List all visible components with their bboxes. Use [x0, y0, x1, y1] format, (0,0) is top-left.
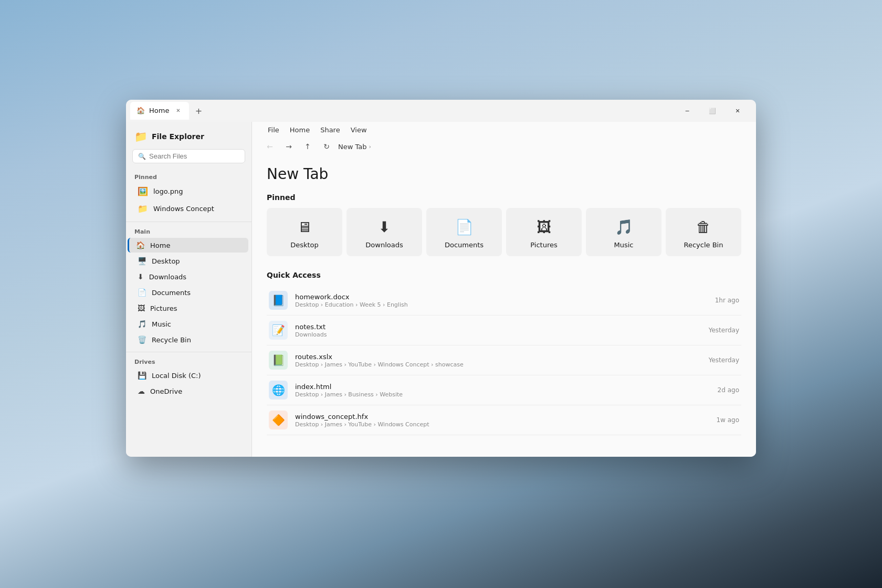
sidebar-item-onedrive[interactable]: ☁ OneDrive	[129, 384, 248, 398]
txt-file-icon: 📝	[269, 321, 288, 340]
pinned-documents-label: Documents	[445, 241, 484, 249]
pinned-downloads-label: Downloads	[365, 241, 403, 249]
qa-time-index: 2d ago	[718, 386, 739, 394]
pinned-documents-icon: 📄	[455, 218, 474, 236]
pinned-recycle-bin-icon: 🗑	[696, 218, 711, 236]
pinned-card-recycle-bin[interactable]: 🗑 Recycle Bin	[666, 208, 741, 256]
address-bar: ← → ↑ ↻ New Tab ›	[252, 136, 756, 157]
qa-path-index: Desktop › James › Business › Website	[295, 391, 710, 398]
docx-icon-symbol: 📘	[272, 294, 285, 307]
qa-time-routes: Yesterday	[709, 356, 739, 364]
xlsx-icon-symbol: 📗	[272, 354, 285, 366]
sidebar-item-downloads[interactable]: ⬇ Downloads	[129, 269, 248, 284]
close-button[interactable]: ✕	[726, 102, 750, 119]
address-path-label: New Tab	[338, 143, 367, 151]
menu-share[interactable]: Share	[315, 124, 345, 136]
drives-section-label: Drives	[126, 356, 251, 368]
app-title: File Explorer	[152, 132, 204, 141]
html-icon-symbol: 🌐	[272, 384, 285, 396]
qa-item-index[interactable]: 🌐 index.html Desktop › James › Business …	[267, 375, 741, 405]
address-path: New Tab ›	[338, 143, 371, 151]
search-box[interactable]: 🔍	[132, 149, 245, 163]
pinned-pictures-icon: 🖼	[537, 218, 551, 236]
hfx-file-icon: 🔶	[269, 411, 288, 429]
tab-strip: 🏠 Home ✕ +	[126, 100, 675, 122]
qa-item-windows-concept[interactable]: 🔶 windows_concept.hfx Desktop › James › …	[267, 405, 741, 435]
restore-button[interactable]: ⬜	[700, 102, 724, 119]
back-button[interactable]: ←	[262, 139, 277, 154]
menu-file[interactable]: File	[262, 124, 285, 136]
pinned-card-pictures[interactable]: 🖼 Pictures	[506, 208, 582, 256]
qa-name-index: index.html	[295, 383, 710, 391]
hfx-icon-symbol: 🔶	[272, 414, 285, 426]
sidebar-item-documents[interactable]: 📄 Documents	[129, 285, 248, 300]
sidebar-main-label-3: Documents	[152, 289, 191, 297]
title-bar: 🏠 Home ✕ + − ⬜ ✕	[126, 100, 756, 122]
qa-item-homework[interactable]: 📘 homework.docx Desktop › Education › We…	[267, 286, 741, 316]
sidebar-item-local-disk[interactable]: 💾 Local Disk (C:)	[129, 368, 248, 383]
forward-button[interactable]: →	[281, 139, 296, 154]
main-section-label: Main	[126, 226, 251, 237]
qa-name-notes: notes.txt	[295, 323, 701, 331]
qa-item-notes[interactable]: 📝 notes.txt Downloads Yesterday	[267, 316, 741, 345]
pinned-card-documents[interactable]: 📄 Documents	[426, 208, 502, 256]
menu-bar: File Home Share View	[252, 122, 756, 136]
qa-name-windows-concept: windows_concept.hfx	[295, 413, 709, 421]
sidebar-main-label-4: Pictures	[150, 304, 177, 312]
sidebar-pinned-label-1: Windows Concept	[153, 205, 214, 213]
content-body: New Tab Pinned 🖥 Desktop ⬇ Downloads 📄 D…	[252, 157, 756, 457]
qa-name-homework: homework.docx	[295, 293, 708, 301]
sidebar-main-label-5: Music	[152, 320, 171, 328]
up-button[interactable]: ↑	[300, 139, 315, 154]
qa-time-windows-concept: 1w ago	[716, 416, 739, 424]
pinned-card-downloads[interactable]: ⬇ Downloads	[346, 208, 422, 256]
pinned-card-desktop[interactable]: 🖥 Desktop	[267, 208, 342, 256]
new-tab-button[interactable]: +	[191, 103, 206, 118]
sidebar-item-music[interactable]: 🎵 Music	[129, 317, 248, 331]
main-area: 📁 File Explorer 🔍 Pinned 🖼️ logo.png 📌 📁…	[126, 122, 756, 457]
tab-close-button[interactable]: ✕	[173, 106, 183, 115]
pinned-recycle-bin-label: Recycle Bin	[684, 241, 723, 249]
image-file-icon: 🖼️	[138, 186, 148, 196]
sidebar-item-recycle-bin[interactable]: 🗑️ Recycle Bin	[129, 332, 248, 347]
menu-view[interactable]: View	[345, 124, 372, 136]
refresh-button[interactable]: ↻	[319, 139, 334, 154]
pinned-grid: 🖥 Desktop ⬇ Downloads 📄 Documents 🖼 Pict…	[267, 208, 741, 256]
search-input[interactable]	[149, 152, 239, 160]
qa-item-routes[interactable]: 📗 routes.xslx Desktop › James › YouTube …	[267, 345, 741, 375]
txt-icon-symbol: 📝	[272, 324, 285, 337]
xlsx-file-icon: 📗	[269, 351, 288, 370]
local-disk-icon: 💾	[138, 371, 146, 380]
docx-file-icon: 📘	[269, 291, 288, 310]
menu-home[interactable]: Home	[285, 124, 315, 136]
qa-info-notes: notes.txt Downloads	[295, 323, 701, 338]
quick-access-section-title: Quick Access	[267, 271, 741, 279]
pinned-music-icon: 🎵	[615, 218, 633, 236]
pinned-desktop-icon: 🖥	[297, 218, 312, 236]
sidebar-main-label-6: Recycle Bin	[152, 336, 191, 344]
minimize-button[interactable]: −	[675, 102, 699, 119]
qa-path-homework: Desktop › Education › Week 5 › English	[295, 301, 708, 308]
pinned-section-title: Pinned	[267, 193, 741, 202]
recycle-bin-icon: 🗑️	[138, 335, 146, 344]
sidebar-item-windows-concept[interactable]: 📁 Windows Concept 📌	[129, 201, 248, 217]
qa-path-routes: Desktop › James › YouTube › Windows Conc…	[295, 361, 701, 368]
sidebar-item-desktop[interactable]: 🖥️ Desktop	[129, 254, 248, 268]
page-title: New Tab	[267, 165, 741, 183]
sidebar-item-logo-png[interactable]: 🖼️ logo.png 📌	[129, 183, 248, 200]
home-tab[interactable]: 🏠 Home ✕	[130, 102, 189, 120]
path-chevron-icon: ›	[369, 143, 371, 150]
pinned-card-music[interactable]: 🎵 Music	[586, 208, 662, 256]
sidebar-item-pictures[interactable]: 🖼 Pictures	[129, 301, 248, 316]
pinned-downloads-icon: ⬇	[378, 218, 390, 236]
home-tab-icon: 🏠	[136, 107, 145, 114]
pinned-section-label: Pinned	[126, 172, 251, 183]
divider-1	[126, 222, 251, 222]
sidebar-item-home[interactable]: 🏠 Home	[128, 238, 248, 253]
sidebar-main-label-2: Downloads	[149, 273, 186, 281]
pictures-icon: 🖼	[138, 304, 145, 312]
sidebar-main-label-0: Home	[150, 242, 170, 249]
qa-info-routes: routes.xslx Desktop › James › YouTube › …	[295, 353, 701, 368]
sidebar-pinned-label-0: logo.png	[153, 187, 183, 195]
pinned-music-label: Music	[614, 241, 634, 249]
